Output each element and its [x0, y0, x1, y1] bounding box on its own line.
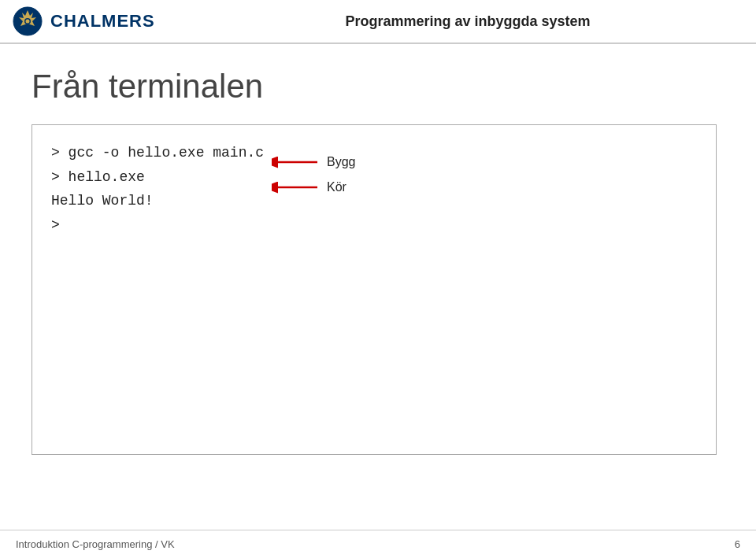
terminal-code: > gcc -o hello.exe main.c > hello.exe He…	[51, 141, 697, 237]
header: CHALMERS Programmering av inbyggda syste…	[0, 0, 756, 44]
kor-arrow	[272, 180, 319, 194]
slide-title: Från terminalen	[32, 68, 724, 105]
footer: Introduktion C-programmering / VK 6	[0, 530, 756, 558]
kor-annotation: Kör	[272, 180, 355, 194]
terminal-box: > gcc -o hello.exe main.c > hello.exe He…	[32, 124, 717, 455]
chalmers-emblem	[13, 6, 43, 36]
footer-left: Introduktion C-programmering / VK	[16, 538, 175, 550]
terminal-line3: Hello World!	[51, 193, 154, 209]
footer-right: 6	[735, 538, 740, 550]
bygg-arrow	[272, 155, 319, 169]
terminal-line2: > hello.exe	[51, 169, 145, 185]
logo-area: CHALMERS	[13, 6, 192, 36]
terminal-line4: >	[51, 217, 60, 233]
header-title: Programmering av inbyggda system	[192, 13, 743, 30]
kor-label: Kör	[327, 180, 346, 194]
bygg-annotation: Bygg	[272, 155, 355, 169]
logo-text: CHALMERS	[50, 11, 155, 31]
annotations: Bygg Kör	[272, 155, 355, 204]
svg-point-4	[26, 20, 30, 24]
main-content: Från terminalen > gcc -o hello.exe main.…	[0, 44, 756, 530]
terminal-line1: > gcc -o hello.exe main.c	[51, 145, 264, 161]
bygg-label: Bygg	[327, 155, 355, 169]
